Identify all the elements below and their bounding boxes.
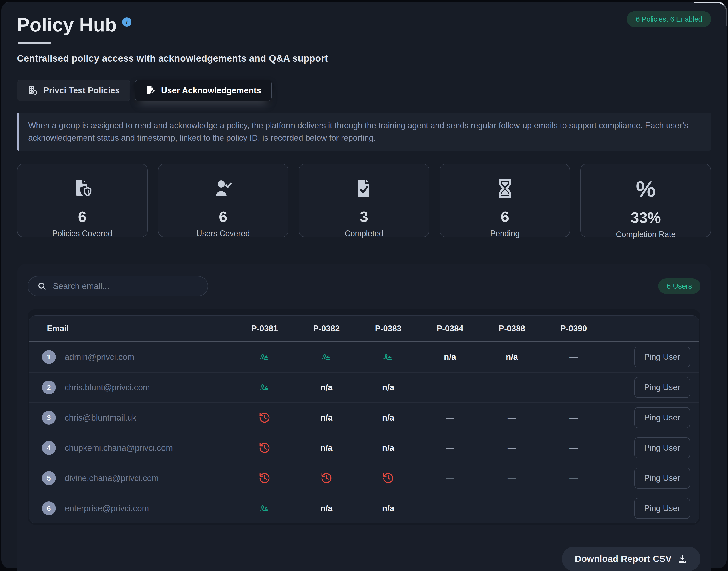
users-count-badge: 6 Users [658, 278, 701, 294]
status-cell: n/a [295, 443, 357, 453]
status-dash: — [569, 443, 578, 453]
stat-label: Completed [345, 229, 383, 238]
stat-completed: 3 Completed [299, 163, 429, 237]
tab-user-acknowledgements[interactable]: User Acknowledgements [135, 80, 272, 101]
status-cell: — [419, 473, 481, 483]
status-dash: — [569, 473, 578, 483]
row-email: admin@privci.com [65, 352, 134, 362]
table-header: Email P-0381 P-0382 P-0383 P-0384 P-0388… [29, 316, 699, 342]
status-dash: — [446, 443, 454, 453]
status-cell: n/a [419, 352, 481, 362]
user-check-icon [212, 178, 234, 199]
status-cell: — [543, 443, 605, 453]
history-icon [321, 472, 333, 484]
status-cell: — [543, 504, 605, 513]
status-cell: — [419, 413, 481, 423]
status-cell [357, 351, 419, 363]
ping-user-button[interactable]: Ping User [634, 377, 690, 398]
status-na: n/a [321, 413, 333, 423]
ping-user-button[interactable]: Ping User [634, 347, 690, 367]
hourglass-icon [494, 178, 516, 199]
status-dash: — [569, 413, 578, 423]
signature-icon [321, 351, 333, 363]
row-index-badge: 1 [42, 350, 56, 364]
status-dash: — [569, 383, 578, 392]
table-row: 1admin@privci.com n/an/a—Ping User [29, 342, 699, 372]
download-report-csv-button[interactable]: Download Report CSV [562, 547, 701, 571]
status-cell [234, 351, 295, 363]
table-body: 1admin@privci.com n/an/a—Ping User2chris… [29, 342, 699, 523]
percent-icon: % [636, 178, 656, 200]
row-email: chris@bluntmail.uk [65, 413, 136, 423]
signature-icon [259, 381, 271, 393]
title-underline [18, 41, 51, 43]
column-p0384: P-0384 [419, 324, 481, 333]
status-cell: — [543, 352, 605, 362]
stat-label: Pending [490, 229, 520, 238]
tab-label: Privci Test Policies [43, 86, 120, 95]
history-icon [259, 442, 271, 454]
status-na: n/a [506, 352, 518, 362]
download-label: Download Report CSV [575, 554, 671, 564]
policy-hub-page: Policy Hub i Centralised policy access w… [1, 2, 727, 568]
stat-value: 6 [219, 208, 227, 225]
status-cell: — [481, 473, 543, 483]
column-p0382: P-0382 [295, 324, 357, 333]
status-cell: — [419, 443, 481, 453]
info-note: When a group is assigned to read and ack… [17, 113, 711, 151]
tab-bar: Privci Test Policies User Acknowledgemen… [17, 80, 711, 101]
stat-label: Users Covered [196, 229, 250, 238]
status-dash: — [446, 383, 454, 392]
status-cell: — [543, 473, 605, 483]
status-cell: n/a [357, 443, 419, 453]
info-icon[interactable]: i [122, 17, 131, 27]
status-dash: — [446, 473, 454, 483]
ping-user-button[interactable]: Ping User [634, 407, 690, 428]
row-email: chupkemi.chana@privci.com [65, 443, 173, 453]
row-index-badge: 4 [42, 441, 56, 455]
status-cell: — [481, 383, 543, 392]
tab-privci-test-policies[interactable]: Privci Test Policies [17, 80, 130, 101]
search-box[interactable] [27, 276, 208, 297]
search-input[interactable] [53, 281, 198, 291]
status-dash: — [508, 504, 516, 513]
status-cell [295, 351, 357, 363]
ping-user-button[interactable]: Ping User [634, 438, 690, 458]
ping-user-button[interactable]: Ping User [634, 498, 690, 519]
status-dash: — [446, 504, 454, 513]
ping-user-button[interactable]: Ping User [634, 468, 690, 488]
status-dash: — [446, 413, 454, 423]
status-cell: n/a [295, 383, 357, 392]
row-index-badge: 3 [42, 411, 56, 425]
status-cell [234, 412, 295, 424]
status-cell: n/a [357, 383, 419, 392]
status-na: n/a [382, 383, 394, 392]
status-cell: — [419, 383, 481, 392]
status-cell [234, 442, 295, 454]
file-shield-icon [72, 178, 93, 199]
column-p0388: P-0388 [481, 324, 543, 333]
status-cell: n/a [295, 504, 357, 513]
status-na: n/a [382, 413, 394, 423]
status-na: n/a [444, 352, 456, 362]
status-cell: n/a [481, 352, 543, 362]
status-dash: — [508, 443, 516, 453]
row-index-badge: 5 [42, 471, 56, 485]
document-pen-icon [145, 85, 156, 96]
history-icon [259, 412, 271, 424]
status-dash: — [569, 504, 578, 513]
status-na: n/a [321, 504, 333, 513]
status-cell: — [481, 443, 543, 453]
page-subtitle: Centralised policy access with acknowled… [17, 53, 711, 64]
stat-cards: 6 Policies Covered 6 Users Covered [17, 163, 711, 237]
status-cell [357, 472, 419, 484]
stat-label: Completion Rate [616, 230, 675, 239]
table-container: Email P-0381 P-0382 P-0383 P-0384 P-0388… [27, 309, 701, 525]
signature-icon [259, 502, 271, 515]
header: Policy Hub i Centralised policy access w… [17, 14, 711, 64]
history-icon [382, 472, 394, 484]
page-title: Policy Hub [17, 14, 117, 36]
row-email: enterprise@privci.com [65, 504, 149, 513]
status-na: n/a [321, 443, 333, 453]
stat-value: 33% [631, 209, 661, 226]
